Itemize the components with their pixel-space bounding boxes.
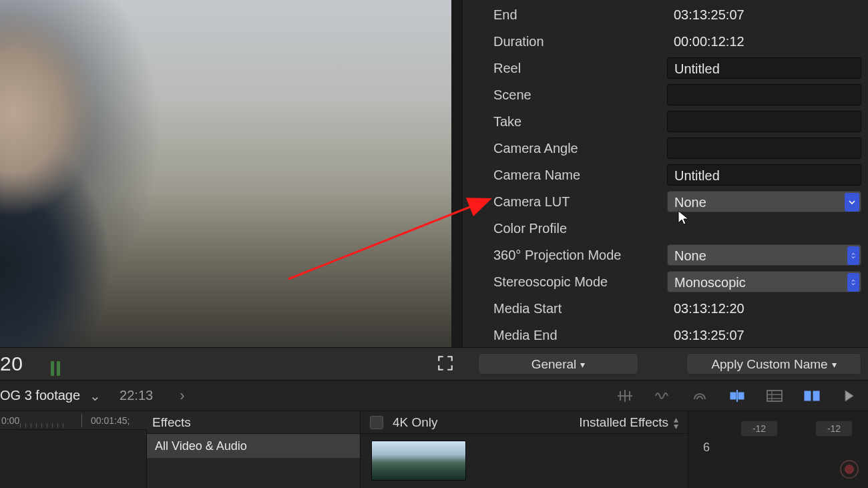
effects-sidebar: Effects All Video & Audio xyxy=(147,411,361,488)
clip-appearance-icon[interactable] xyxy=(803,388,821,404)
chevron-down-icon[interactable]: ⌄ xyxy=(89,388,101,404)
row-color-profile: Color Profile xyxy=(463,215,868,242)
chevron-down-icon: ▾ xyxy=(832,359,837,370)
row-stereoscopic-mode: Stereoscopic Mode Monoscopic xyxy=(463,268,868,295)
apply-custom-name-label: Apply Custom Name xyxy=(711,357,827,371)
dropdown-stereoscopic-mode[interactable]: Monoscopic xyxy=(667,271,861,292)
label-camera-angle: Camera Angle xyxy=(493,141,667,156)
row-media-end: Media End 03:13:25:07 xyxy=(463,322,868,348)
value-media-start: 03:13:12:20 xyxy=(667,298,861,319)
label-take: Take xyxy=(493,114,667,130)
checkbox-4k-only[interactable] xyxy=(370,416,383,429)
row-take: Take xyxy=(463,108,868,135)
label-color-profile: Color Profile xyxy=(493,221,667,236)
row-projection-mode: 360° Projection Mode None xyxy=(463,242,868,268)
input-take[interactable] xyxy=(667,111,861,132)
effects-title: Effects xyxy=(147,411,360,434)
row-camera-angle: Camera Angle xyxy=(463,135,868,162)
label-scene: Scene xyxy=(493,87,667,103)
timeline-toolbar: OG 3 footage ⌄ 22:13 › xyxy=(0,381,868,411)
input-camera-name[interactable]: Untitled xyxy=(667,164,861,186)
row-media-start: Media Start 03:13:12:20 xyxy=(463,295,868,322)
preview-subject xyxy=(0,0,160,347)
value-media-end: 03:13:25:07 xyxy=(667,324,861,346)
svg-rect-1 xyxy=(730,393,736,399)
apply-custom-name-button[interactable]: Apply Custom Name▾ xyxy=(686,353,861,375)
viewer-control-strip: 20 General▾ Apply Custom Name▾ xyxy=(0,347,868,381)
dropdown-projection-value: None xyxy=(674,248,706,263)
input-camera-angle[interactable] xyxy=(667,138,861,159)
label-camera-name: Camera Name xyxy=(493,168,667,183)
project-duration: 22:13 xyxy=(120,388,153,403)
svg-rect-4 xyxy=(805,391,811,401)
play-icon[interactable] xyxy=(840,388,859,404)
chevron-updown-icon xyxy=(847,273,859,292)
ruler-mark-1: 00:01:45; xyxy=(91,415,130,426)
input-reel[interactable]: Untitled xyxy=(667,57,861,79)
label-projection-mode: 360° Projection Mode xyxy=(493,248,667,263)
effects-category-all[interactable]: All Video & Audio xyxy=(147,434,360,458)
label-media-start: Media Start xyxy=(493,301,667,316)
audio-meters-small xyxy=(51,352,71,376)
dropdown-projection-mode[interactable]: None xyxy=(667,244,861,266)
db-readout-right: -12 xyxy=(815,421,853,437)
input-scene[interactable] xyxy=(667,84,861,105)
row-end: End 03:13:25:07 xyxy=(463,1,868,28)
value-duration: 00:00:12:12 xyxy=(667,31,861,52)
record-voiceover-icon[interactable] xyxy=(840,460,859,479)
chevron-right-icon[interactable]: › xyxy=(180,387,184,405)
db-readout-left: -12 xyxy=(740,421,778,437)
label-reel: Reel xyxy=(493,61,667,76)
audio-meters-panel: -12 -12 6 xyxy=(688,411,868,488)
ruler-mark-0: 0:00 xyxy=(1,415,19,426)
inspector-panel: End 03:13:25:07 Duration 00:00:12:12 Ree… xyxy=(462,0,868,347)
meter-scale-mark: 6 xyxy=(703,441,710,455)
label-duration: Duration xyxy=(493,34,667,49)
effects-scope-dropdown[interactable]: Installed Effects xyxy=(579,415,668,430)
chevron-updown-icon xyxy=(847,246,859,265)
row-scene: Scene xyxy=(463,81,868,108)
viewer-panel[interactable] xyxy=(0,0,462,347)
timeline-ruler[interactable]: 0:00 00:01:45; xyxy=(0,411,147,430)
bottom-panels: 0:00 00:01:45; Effects All Video & Audio… xyxy=(0,411,868,488)
dropdown-camera-lut-value: None xyxy=(674,195,706,210)
fullscreen-icon[interactable] xyxy=(437,354,454,375)
effects-scope-label: Installed Effects xyxy=(579,415,668,429)
row-camera-lut: Camera LUT None xyxy=(463,188,868,215)
ruler-divider xyxy=(81,414,82,427)
label-stereoscopic-mode: Stereoscopic Mode xyxy=(493,274,667,290)
dropdown-camera-lut[interactable]: None xyxy=(667,191,861,212)
audio-skimming-icon[interactable] xyxy=(653,388,672,404)
label-4k-only: 4K Only xyxy=(393,415,579,430)
value-end: 03:13:25:07 xyxy=(667,4,861,25)
inspector-tab-general-label: General xyxy=(531,357,577,371)
value-color-profile xyxy=(667,218,861,239)
effects-filter-bar: 4K Only Installed Effects ▴▾ xyxy=(361,411,688,434)
skimming-icon[interactable] xyxy=(616,388,634,404)
effects-browser: 4K Only Installed Effects ▴▾ xyxy=(361,411,688,488)
inspector-tab-general[interactable]: General▾ xyxy=(478,353,638,375)
solo-icon[interactable] xyxy=(690,388,709,404)
effect-thumbnail[interactable] xyxy=(371,441,466,481)
dropdown-stereoscopic-value: Monoscopic xyxy=(674,275,746,290)
chevron-down-icon: ▾ xyxy=(580,359,585,370)
index-icon[interactable] xyxy=(765,388,784,404)
label-camera-lut: Camera LUT xyxy=(493,194,667,210)
chevron-down-icon xyxy=(845,193,859,212)
label-end: End xyxy=(493,7,667,23)
snapping-icon[interactable] xyxy=(728,388,746,404)
svg-rect-5 xyxy=(813,391,819,401)
timeline-ruler-area[interactable]: 0:00 00:01:45; xyxy=(0,411,147,488)
svg-rect-2 xyxy=(738,393,744,399)
viewer-timecode: 20 xyxy=(0,352,25,375)
row-reel: Reel Untitled xyxy=(463,55,868,81)
label-media-end: Media End xyxy=(493,328,667,343)
sort-updown-icon[interactable]: ▴▾ xyxy=(674,416,678,429)
viewer-border xyxy=(451,0,462,347)
project-name[interactable]: OG 3 footage xyxy=(0,388,80,403)
row-camera-name: Camera Name Untitled xyxy=(463,162,868,188)
svg-rect-3 xyxy=(767,391,782,401)
row-duration: Duration 00:00:12:12 xyxy=(463,28,868,55)
